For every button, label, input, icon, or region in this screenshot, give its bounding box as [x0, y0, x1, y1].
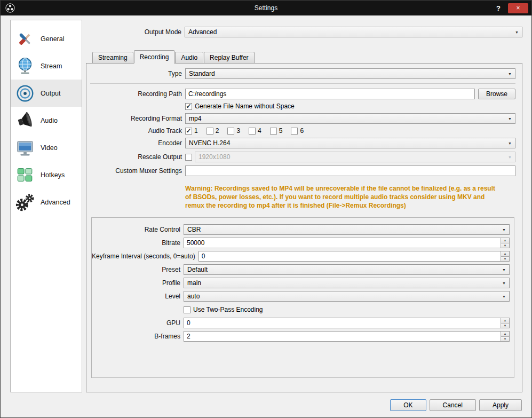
- close-button[interactable]: ×: [508, 3, 528, 13]
- spin-up-icon[interactable]: ▲: [501, 332, 509, 337]
- spin-up-icon[interactable]: ▲: [501, 251, 509, 257]
- audio-track-5-checkbox[interactable]: [270, 128, 277, 135]
- spin-down-icon[interactable]: ▼: [501, 243, 509, 248]
- keyframe-interval-spinner[interactable]: ▲ ▼: [198, 251, 510, 262]
- audio-track-1-checkbox[interactable]: [185, 128, 192, 135]
- settings-window: Settings ? ×: [0, 0, 532, 418]
- recording-path-input[interactable]: [185, 89, 475, 99]
- audio-track-6-label: 6: [300, 127, 304, 135]
- preset-label: Preset: [92, 266, 184, 273]
- two-pass-checkbox[interactable]: [184, 306, 190, 313]
- output-mode-select[interactable]: Advanced ▼: [185, 27, 522, 37]
- advanced-icon: [14, 192, 36, 212]
- sidebar-item-video[interactable]: Video: [11, 134, 82, 161]
- apply-button[interactable]: Apply: [479, 399, 522, 411]
- bitrate-input[interactable]: [184, 238, 501, 248]
- sidebar-item-label: General: [41, 35, 64, 43]
- browse-button[interactable]: Browse: [478, 89, 515, 99]
- audio-track-2-label: 2: [216, 127, 219, 135]
- level-select[interactable]: auto ▼: [184, 291, 510, 302]
- gpu-label: GPU: [92, 319, 184, 327]
- bframes-spinner[interactable]: ▲ ▼: [184, 331, 510, 342]
- audio-track-1-label: 1: [194, 127, 198, 135]
- sidebar-item-stream[interactable]: Stream: [11, 52, 82, 80]
- titlebar: Settings ? ×: [1, 1, 531, 15]
- audio-track-4-checkbox[interactable]: [249, 128, 256, 135]
- preset-value: Default: [187, 266, 208, 273]
- bframes-input[interactable]: [184, 332, 501, 341]
- sidebar-item-label: Output: [41, 90, 61, 97]
- keyframe-interval-input[interactable]: [199, 251, 501, 261]
- output-mode-label: Output Mode: [86, 28, 185, 36]
- bitrate-label: Bitrate: [92, 239, 184, 247]
- stream-icon: [14, 56, 36, 76]
- chevron-down-icon: ▼: [508, 141, 512, 145]
- chevron-down-icon: ▼: [502, 268, 506, 272]
- close-icon: ×: [516, 4, 520, 12]
- rescale-output-checkbox[interactable]: [185, 154, 192, 161]
- profile-value: main: [187, 279, 201, 287]
- ok-button[interactable]: OK: [390, 399, 426, 411]
- dialog-footer: OK Cancel Apply: [1, 392, 531, 417]
- chevron-down-icon: ▼: [515, 30, 519, 34]
- sidebar-item-label: Stream: [41, 62, 62, 70]
- gpu-input[interactable]: [184, 318, 501, 328]
- spin-down-icon[interactable]: ▼: [501, 324, 509, 328]
- sidebar-item-advanced[interactable]: Advanced: [11, 188, 82, 216]
- mp4-warning-text: Warning: Recordings saved to MP4 will be…: [185, 184, 499, 210]
- general-icon: [14, 29, 36, 49]
- encoder-value: NVENC H.264: [189, 139, 230, 147]
- preset-select[interactable]: Default ▼: [184, 264, 510, 275]
- tab-audio[interactable]: Audio: [175, 52, 203, 64]
- sidebar-item-label: Hotkeys: [41, 171, 65, 179]
- spin-down-icon[interactable]: ▼: [501, 257, 509, 262]
- sidebar-item-general[interactable]: General: [11, 25, 82, 52]
- output-tab-bar: Streaming Recording Audio Replay Buffer: [92, 50, 522, 64]
- profile-label: Profile: [92, 279, 184, 287]
- encoder-select[interactable]: NVENC H.264 ▼: [185, 138, 515, 148]
- keyframe-interval-label: Keyframe Interval (seconds, 0=auto): [92, 253, 198, 260]
- level-label: Level: [92, 293, 184, 300]
- audio-track-2-checkbox[interactable]: [207, 128, 213, 135]
- rate-control-label: Rate Control: [92, 226, 184, 233]
- audio-track-4-label: 4: [258, 127, 261, 135]
- spin-buttons: ▲ ▼: [501, 238, 509, 248]
- audio-track-3-checkbox[interactable]: [227, 128, 234, 135]
- spin-up-icon[interactable]: ▲: [501, 238, 509, 243]
- custom-muxer-input[interactable]: [185, 165, 515, 176]
- video-icon: [14, 138, 36, 158]
- type-value: Standard: [189, 70, 215, 77]
- tab-streaming[interactable]: Streaming: [92, 52, 133, 64]
- spin-buttons: ▲ ▼: [501, 332, 509, 341]
- recording-tab-panel: Type Standard ▼ Recording Path Browse Ge…: [86, 63, 522, 392]
- cancel-button[interactable]: Cancel: [430, 399, 476, 411]
- recording-path-label: Recording Path: [90, 90, 185, 98]
- spin-down-icon[interactable]: ▼: [501, 337, 509, 342]
- encoder-settings-group: Rate Control CBR ▼ Bitrate ▲ ▼: [91, 217, 514, 378]
- gpu-spinner[interactable]: ▲ ▼: [184, 318, 510, 328]
- generate-filename-checkbox[interactable]: [185, 103, 192, 110]
- recording-format-label: Recording Format: [90, 115, 185, 122]
- bitrate-spinner[interactable]: ▲ ▼: [184, 238, 510, 248]
- profile-select[interactable]: main ▼: [184, 278, 510, 288]
- tab-replay-buffer[interactable]: Replay Buffer: [204, 52, 255, 64]
- spin-buttons: ▲ ▼: [501, 318, 509, 328]
- tab-recording[interactable]: Recording: [134, 50, 175, 64]
- sidebar-item-output[interactable]: Output: [11, 80, 82, 107]
- audio-track-5-label: 5: [279, 127, 283, 135]
- help-button[interactable]: ?: [494, 4, 503, 12]
- sidebar-item-hotkeys[interactable]: Hotkeys: [11, 161, 82, 188]
- sidebar-item-label: Audio: [41, 117, 58, 124]
- spin-up-icon[interactable]: ▲: [501, 318, 509, 324]
- chevron-down-icon: ▼: [502, 281, 506, 285]
- sidebar-item-audio[interactable]: Audio: [11, 107, 82, 134]
- rescale-resolution-value: 1920x1080: [198, 153, 230, 161]
- type-select[interactable]: Standard ▼: [185, 68, 515, 79]
- sidebar-item-label: Video: [41, 144, 58, 152]
- output-mode-value: Advanced: [188, 28, 217, 36]
- rate-control-select[interactable]: CBR ▼: [184, 224, 510, 235]
- type-label: Type: [90, 70, 185, 77]
- recording-format-select[interactable]: mp4 ▼: [185, 113, 515, 124]
- audio-track-6-checkbox[interactable]: [291, 128, 298, 135]
- obs-logo-icon: [5, 3, 15, 13]
